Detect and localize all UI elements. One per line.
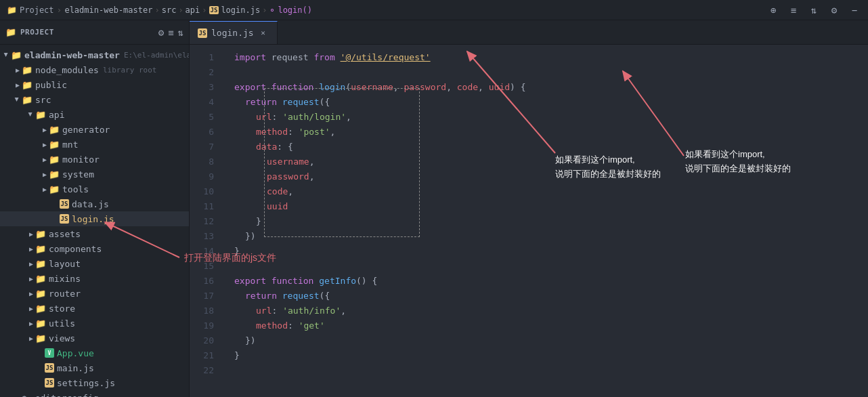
tree-root[interactable]: ▶ 📁 eladmin-web-master E:\el-admin\eladm… (0, 47, 189, 62)
tree-mixins[interactable]: ▶ 📁 mixins (0, 271, 189, 286)
tree-editorconfig[interactable]: ⚙ .editorconfig (0, 390, 189, 397)
src-triangle: ▶ (14, 96, 22, 104)
tree-mnt[interactable]: ▶ 📁 mnt (0, 137, 189, 152)
generator-icon: 📁 (49, 124, 60, 135)
router-label: router (49, 289, 81, 299)
node-modules-label: node_modules (35, 65, 99, 75)
project-label: 📁Project (7, 5, 54, 15)
sidebar-expand-icon[interactable]: ≡ (168, 27, 173, 38)
tools-icon: 📁 (49, 184, 60, 194)
main-js-icon: JS (45, 363, 54, 373)
assets-triangle: ▶ (27, 230, 35, 238)
tree-src[interactable]: ▶ 📁 src (0, 92, 189, 107)
tree-login-js[interactable]: JS login.js (0, 211, 189, 226)
tree-main-js[interactable]: JS main.js (0, 360, 189, 375)
components-triangle: ▶ (27, 245, 35, 253)
code-line-16: export function getInfo() { (223, 274, 868, 289)
root-folder-icon: 📁 (11, 49, 22, 60)
views-triangle: ▶ (27, 334, 35, 342)
monitor-triangle: ▶ (41, 155, 49, 163)
breadcrumb-file: JS login.js (209, 5, 261, 15)
tab-close-button[interactable]: ✕ (258, 28, 269, 39)
code-line-9: password, (223, 169, 868, 184)
locate-icon[interactable]: ⊕ (766, 3, 780, 17)
tree-public[interactable]: ▶ 📁 public (0, 77, 189, 92)
tree-views[interactable]: ▶ 📁 views (0, 331, 189, 346)
code-line-6: method: 'post', (223, 125, 868, 140)
mixins-icon: 📁 (35, 273, 46, 284)
api-icon: 📁 (35, 109, 46, 120)
src-icon: 📁 (22, 94, 32, 105)
tree-data-js[interactable]: JS data.js (0, 196, 189, 211)
node-modules-triangle: ▶ (14, 66, 22, 74)
sidebar-settings-icon[interactable]: ⚙ (158, 27, 164, 38)
align-icon[interactable]: ≡ (787, 3, 800, 17)
breadcrumb: eladmin-web-master › src › api › JS logi… (64, 5, 312, 15)
system-label: system (62, 169, 94, 180)
split-icon[interactable]: ⇅ (807, 3, 821, 17)
tree-app-vue[interactable]: V App.vue (0, 346, 189, 360)
monitor-icon: 📁 (49, 154, 60, 165)
code-line-18: url: 'auth/info', (223, 304, 868, 318)
breadcrumb-area: 📁Project › eladmin-web-master › src › ap… (7, 5, 762, 15)
tree-tools[interactable]: ▶ 📁 tools (0, 182, 189, 196)
tab-login-js[interactable]: JS login.js ✕ (190, 21, 278, 44)
code-content[interactable]: import request from '@/utils/request' ex… (223, 45, 868, 397)
mnt-label: mnt (62, 140, 78, 150)
login-js-icon: JS (60, 214, 69, 224)
tree-router[interactable]: ▶ 📁 router (0, 286, 189, 301)
generator-triangle: ▶ (41, 125, 49, 133)
editorconfig-icon: ⚙ (22, 393, 27, 398)
tree-assets[interactable]: ▶ 📁 assets (0, 226, 189, 241)
tree-monitor[interactable]: ▶ 📁 monitor (0, 152, 189, 167)
editorconfig-label: .editorconfig (30, 393, 99, 398)
views-icon: 📁 (35, 333, 46, 343)
tree-layout[interactable]: ▶ 📁 layout (0, 256, 189, 271)
breadcrumb-function: ⚬ login() (269, 5, 312, 15)
tree-system[interactable]: ▶ 📁 system (0, 167, 189, 182)
utils-triangle: ▶ (27, 319, 35, 327)
sidebar: 📁 Project ⚙ ≡ ⇅ ▶ 📁 eladmin-web-master E… (0, 20, 190, 397)
tab-label: login.js (211, 28, 254, 38)
code-line-1: import request from '@/utils/request' (223, 50, 868, 65)
code-line-21: } (223, 348, 868, 363)
tab-bar: JS login.js ✕ (190, 20, 868, 45)
app-vue-label: App.vue (57, 348, 94, 358)
code-line-5: url: 'auth/login', (223, 110, 868, 125)
utils-label: utils (49, 318, 75, 329)
store-icon: 📁 (35, 303, 46, 314)
settings-icon[interactable]: ⚙ (827, 3, 841, 17)
tab-js-icon: JS (198, 28, 207, 38)
router-icon: 📁 (35, 288, 46, 299)
top-bar-icons: ⊕ ≡ ⇅ ⚙ − (766, 3, 861, 17)
assets-label: assets (49, 229, 81, 239)
code-area: 1 2 3 4 5 6 7 8 9 10 11 12 13 14 15 16 1… (190, 45, 868, 397)
public-icon: 📁 (22, 79, 32, 90)
public-label: public (35, 80, 67, 90)
minimize-icon[interactable]: − (848, 3, 861, 17)
node-modules-icon: 📁 (22, 64, 32, 75)
data-js-icon: JS (60, 199, 69, 209)
tree-settings-js[interactable]: JS settings.js (0, 375, 189, 390)
generator-label: generator (62, 125, 110, 135)
system-triangle: ▶ (41, 170, 49, 178)
tree-generator[interactable]: ▶ 📁 generator (0, 122, 189, 137)
code-line-7: data: { (223, 140, 868, 154)
code-line-17: return request({ (223, 289, 868, 304)
tree-store[interactable]: ▶ 📁 store (0, 301, 189, 316)
settings-js-label: settings.js (57, 378, 115, 388)
tools-triangle: ▶ (41, 185, 49, 193)
code-line-19: method: 'get' (223, 318, 868, 333)
tree-components[interactable]: ▶ 📁 components (0, 241, 189, 256)
monitor-label: monitor (62, 154, 100, 165)
tree-api[interactable]: ▶ 📁 api (0, 107, 189, 122)
components-label: components (49, 244, 102, 254)
tree-node-modules[interactable]: ▶ 📁 node_modules library root (0, 62, 189, 77)
line-numbers: 1 2 3 4 5 6 7 8 9 10 11 12 13 14 15 16 1… (190, 45, 223, 397)
tools-label: tools (62, 184, 89, 194)
data-js-label: data.js (72, 199, 109, 209)
store-label: store (49, 304, 75, 314)
code-line-13: }) (223, 229, 868, 244)
sidebar-filter-icon[interactable]: ⇅ (178, 27, 183, 38)
tree-utils[interactable]: ▶ 📁 utils (0, 316, 189, 331)
